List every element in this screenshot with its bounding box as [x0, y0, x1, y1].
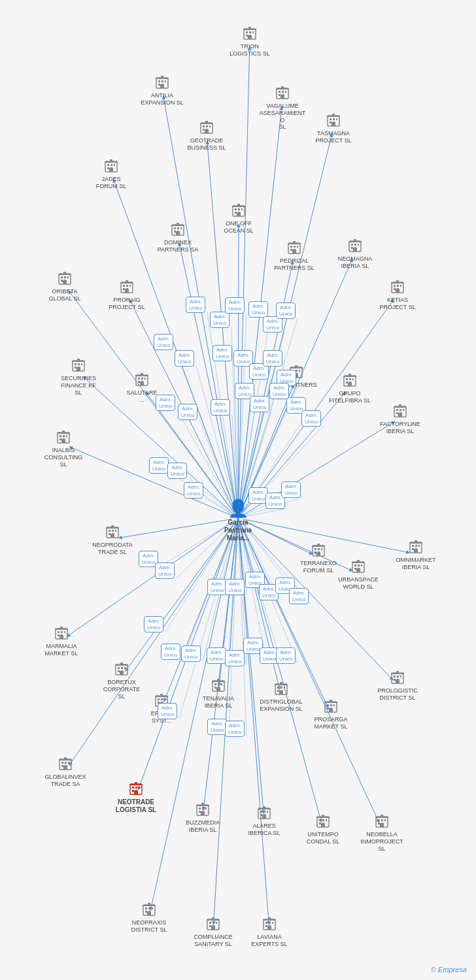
adm-box-adm31: Adm.Unico [225, 579, 245, 595]
building-icon [211, 678, 226, 695]
adm-box-adm40: Adm.Unico [225, 650, 245, 666]
company-node-marmalia: MARMALIAMARKET SL [38, 626, 85, 657]
svg-rect-392 [319, 819, 321, 821]
adm-box-adm9: Adm.Unico [212, 345, 232, 361]
svg-rect-365 [132, 787, 134, 789]
svg-rect-285 [415, 545, 417, 547]
svg-rect-321 [218, 683, 220, 685]
svg-rect-95 [158, 80, 160, 82]
building-icon [324, 699, 338, 716]
building-icon [196, 802, 210, 819]
building-icon [274, 681, 288, 698]
svg-rect-341 [327, 708, 329, 710]
building-icon [393, 404, 407, 421]
adm-box-adm1: Adm.Unico [186, 297, 205, 313]
company-label: LAVIANAEXPERTS SL [251, 934, 287, 948]
svg-rect-152 [174, 231, 176, 233]
svg-rect-412 [152, 907, 153, 909]
svg-rect-339 [330, 704, 332, 706]
svg-line-6 [238, 224, 239, 512]
svg-rect-170 [351, 247, 353, 249]
company-label: KETIASPROJECT SL [379, 297, 415, 311]
svg-rect-167 [351, 244, 353, 246]
company-label: GLOBALINVEXTRADE SA [44, 774, 86, 788]
svg-rect-98 [158, 84, 160, 86]
svg-rect-291 [415, 540, 417, 543]
svg-rect-259 [115, 530, 116, 532]
svg-rect-286 [418, 545, 420, 547]
svg-rect-212 [138, 378, 140, 380]
svg-rect-102 [161, 76, 163, 78]
building-icon [390, 670, 405, 687]
svg-rect-177 [64, 276, 66, 278]
company-node-factoryline: FACTORYLINEIBERIA SL [377, 404, 424, 435]
adm-box-adm29: Adm.Unico [155, 563, 175, 579]
svg-rect-174 [354, 239, 356, 242]
svg-rect-262 [110, 534, 114, 538]
svg-rect-115 [209, 125, 211, 127]
svg-rect-195 [397, 285, 399, 287]
company-label: GEOTRADEBUSINESS SL [187, 137, 226, 152]
svg-rect-93 [248, 27, 251, 29]
svg-rect-118 [205, 129, 209, 133]
svg-rect-338 [327, 704, 329, 706]
building-icon [199, 120, 214, 137]
building-icon [58, 757, 73, 774]
adm-box-adm27: Adm.Unico [281, 482, 301, 498]
svg-rect-87 [249, 31, 251, 33]
svg-rect-388 [262, 815, 266, 819]
building-icon [351, 559, 366, 576]
svg-rect-172 [353, 248, 357, 252]
svg-rect-367 [139, 787, 140, 789]
company-label: NEOTRADELOGISTIA SL [116, 798, 156, 814]
svg-rect-255 [62, 431, 65, 433]
building-icon [375, 814, 389, 831]
svg-rect-296 [58, 634, 60, 636]
svg-rect-213 [141, 378, 143, 380]
company-node-ketias: KETIASPROJECT SL [374, 280, 421, 311]
svg-rect-88 [252, 31, 254, 33]
company-node-neopraxis: NEOPRAXISDISTRICT SL [126, 902, 173, 934]
company-node-geotrade: GEOTRADEBUSINESS SL [183, 120, 230, 152]
svg-rect-363 [64, 757, 67, 760]
svg-rect-385 [267, 811, 268, 813]
svg-rect-127 [332, 122, 335, 126]
svg-rect-293 [58, 631, 60, 633]
company-label: PROLOGISTICDISTRICT SL [377, 687, 418, 702]
svg-rect-266 [314, 548, 316, 550]
svg-rect-413 [145, 911, 147, 913]
svg-rect-307 [120, 671, 124, 675]
building-icon [155, 75, 169, 92]
company-label: TENAVALIAIBERIA SL [203, 695, 234, 710]
company-node-alares: ALARESIBERICA SL [241, 806, 288, 837]
svg-rect-379 [201, 811, 205, 815]
svg-rect-268 [321, 548, 322, 550]
svg-rect-298 [60, 635, 63, 639]
company-label: TRIONLOGISTICS SL [230, 43, 270, 57]
adm-box-adm38: Adm.Unico [181, 645, 201, 662]
svg-rect-394 [326, 819, 327, 821]
adm-box-adm23: Adm.Unico [167, 463, 187, 479]
svg-rect-149 [174, 227, 176, 229]
svg-rect-230 [346, 378, 348, 380]
company-label: SECURITIESFINANCE KFSL [61, 375, 96, 396]
company-node-prosarga: PROSARGAMARKET SL [307, 699, 354, 730]
company-label: PRORAIGPROJECT SL [109, 297, 144, 311]
svg-rect-154 [176, 231, 180, 235]
svg-rect-303 [121, 667, 123, 669]
building-icon [56, 430, 71, 447]
building-icon [114, 662, 129, 679]
svg-rect-348 [397, 676, 399, 678]
svg-rect-377 [199, 811, 201, 813]
svg-rect-249 [63, 435, 65, 437]
svg-rect-277 [361, 564, 362, 566]
adm-box-adm43: Adm.Unico [276, 647, 296, 664]
building-icon [54, 626, 69, 643]
building-icon [257, 806, 271, 823]
svg-rect-125 [330, 122, 332, 123]
center-label: Garcia Pastrana Maria... [218, 519, 258, 542]
svg-rect-430 [272, 922, 273, 924]
svg-rect-104 [279, 91, 280, 93]
svg-rect-435 [268, 917, 271, 920]
svg-rect-199 [396, 289, 400, 293]
